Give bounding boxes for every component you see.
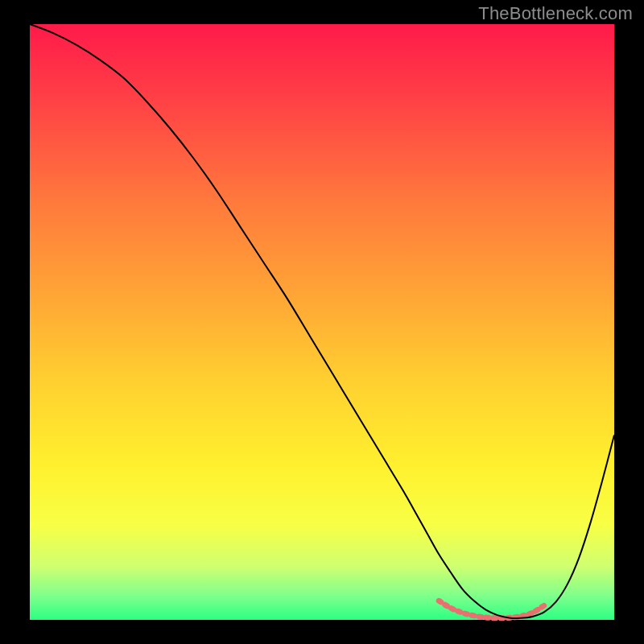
gradient-background [30,24,614,620]
chart-frame: { "watermark": "TheBottleneck.com", "plo… [0,0,644,644]
bottleneck-chart [0,0,644,644]
watermark-text: TheBottleneck.com [478,3,633,24]
